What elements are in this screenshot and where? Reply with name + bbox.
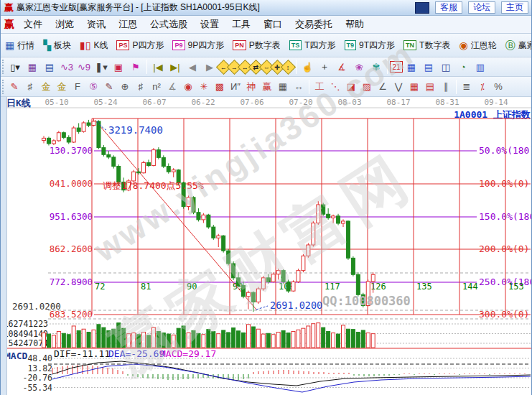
- box-fan-icon[interactable]: ◪: [343, 79, 359, 95]
- square-n2-icon[interactable]: n²: [149, 79, 164, 95]
- menu-窗口[interactable]: 窗口: [257, 17, 289, 32]
- menu-工具[interactable]: 工具: [225, 17, 257, 32]
- volume-bar: [351, 330, 355, 348]
- volume-bar: [212, 332, 215, 348]
- toolbar-button-t-square[interactable]: TST四方形: [285, 37, 340, 54]
- toolbar-label: T数字表: [419, 40, 450, 52]
- volume-bar: [157, 331, 160, 348]
- gann-circle-icon[interactable]: ⊕: [117, 79, 133, 95]
- date-label: 05-24: [93, 98, 117, 107]
- wave-3-icon[interactable]: ∿3: [58, 59, 75, 75]
- calculator-icon[interactable]: ▦: [403, 59, 420, 75]
- fibo-f-icon[interactable]: F: [70, 79, 85, 95]
- stats-clock-icon[interactable]: ◔: [454, 59, 472, 75]
- parallel-lines-icon[interactable]: ∥: [438, 79, 454, 95]
- toolbar-button-kline[interactable]: ▮▯K线: [75, 37, 112, 54]
- toolbar-button-9t-square[interactable]: T99T四方形: [340, 37, 400, 54]
- toolbar-button-t-number-table[interactable]: TNT数字表: [399, 37, 454, 54]
- color-flag-icon[interactable]: ⚑: [127, 59, 144, 75]
- toolbar-button-quotes[interactable]: ▦行情: [1, 37, 39, 54]
- menu-帮助[interactable]: 帮助: [339, 17, 370, 32]
- dia-v-icon[interactable]: ↕: [281, 59, 296, 74]
- toolbar-button-9p-square[interactable]: P99P四方形: [168, 37, 228, 54]
- price-chart-canvas[interactable]: 05-1005-2406-0706-2207-0607-2008-0308-17…: [1, 97, 532, 395]
- candle: [222, 236, 225, 251]
- first-bar-icon[interactable]: |◀: [149, 59, 167, 75]
- customer-service-button[interactable]: 客服: [435, 1, 462, 14]
- volume-bar: [107, 330, 111, 348]
- grid-lines-icon[interactable]: ♯: [133, 79, 149, 95]
- h-measure-icon[interactable]: ↔: [291, 79, 307, 95]
- pattern-window-icon[interactable]: ▦: [24, 59, 41, 75]
- toolbar-button-winner-wheel[interactable]: Ⓑ赢家轮: [501, 37, 532, 54]
- candle: [172, 170, 175, 172]
- crosshair-icon[interactable]: ＋: [316, 59, 333, 75]
- candle: [52, 141, 55, 144]
- chart-area[interactable]: 05-1005-2406-0706-2207-0607-2008-0308-17…: [1, 97, 532, 395]
- i-mark-icon[interactable]: И″: [228, 79, 243, 95]
- fan-rays-icon[interactable]: ⋱: [327, 79, 343, 95]
- menu-资讯[interactable]: 资讯: [80, 17, 112, 32]
- draw-pencil-icon[interactable]: ✎: [6, 79, 22, 95]
- flower-tool-icon[interactable]: ❀: [350, 59, 368, 75]
- ruler-grid-icon[interactable]: ▦: [275, 79, 291, 95]
- box-fan-2-icon[interactable]: ▨: [359, 79, 375, 95]
- pencil-grid-icon[interactable]: ✎: [101, 79, 117, 95]
- gann-line-icon[interactable]: ♯: [22, 79, 38, 95]
- window-control-icon[interactable]: [415, 2, 429, 14]
- dense-grid-2-icon[interactable]: ▤: [422, 79, 438, 95]
- dea-value-label: DEA=-25.69: [108, 348, 164, 359]
- toolbar-button-sectors[interactable]: ▚板块: [39, 37, 75, 54]
- candle: [237, 278, 241, 286]
- starburst-tool-icon[interactable]: ✳: [196, 79, 212, 95]
- menu-设置[interactable]: 设置: [194, 17, 225, 32]
- menu-文件[interactable]: 文件: [17, 17, 49, 32]
- percent-triangle-icon[interactable]: ⁒: [475, 79, 490, 95]
- percent-icon[interactable]: %: [490, 79, 506, 95]
- grid-box-tool-icon[interactable]: ▩: [212, 79, 228, 95]
- candle-type-dropdown-icon[interactable]: ❚▾: [93, 59, 110, 75]
- knot-tool-icon[interactable]: ✾: [368, 59, 385, 75]
- menu-公式选股[interactable]: 公式选股: [144, 17, 194, 32]
- menu-交易委托[interactable]: 交易委托: [289, 17, 339, 32]
- notes-icon[interactable]: ▤: [420, 59, 437, 75]
- forum-button[interactable]: 论坛: [468, 1, 495, 14]
- angle-measure-icon[interactable]: ∡: [333, 59, 350, 75]
- wave-9-icon[interactable]: ∿9: [75, 59, 93, 75]
- angle-lines-icon[interactable]: ∠: [375, 79, 391, 95]
- last-bar-icon[interactable]: ▶|: [167, 59, 184, 75]
- shen-tool-icon[interactable]: 神: [243, 79, 259, 95]
- kline-style-dropdown-icon[interactable]: ▯▾: [6, 59, 24, 75]
- spiral-5-icon[interactable]: ⑤: [85, 79, 101, 95]
- calendar-icon[interactable]: 21: [390, 61, 403, 73]
- prev-bar-icon[interactable]: ◀: [184, 59, 201, 75]
- target-tool-icon[interactable]: ◉: [180, 79, 196, 95]
- workstation-icon[interactable]: ▥: [472, 59, 489, 75]
- bar-count-label: 72: [95, 282, 105, 292]
- toolbar-button-gann-wheel[interactable]: ◉江恩轮: [454, 37, 500, 54]
- pillar-tool-icon[interactable]: 工: [312, 79, 327, 95]
- save-icon[interactable]: ◫: [437, 59, 454, 75]
- toolbar-button-p-number-table[interactable]: PNP数字表: [228, 37, 285, 54]
- ying-tool-icon[interactable]: 赢: [259, 79, 275, 95]
- homepage-button[interactable]: 主页: [501, 1, 528, 14]
- toolbar-label: 江恩轮: [471, 40, 497, 52]
- bar-count-label: 90: [187, 282, 197, 292]
- macd-scale-label: 13.82: [27, 363, 52, 373]
- candle: [202, 215, 205, 220]
- menu-江恩[interactable]: 江恩: [112, 17, 144, 32]
- percent-level-label: 300.0%(0): [479, 309, 529, 320]
- dense-grid-icon[interactable]: ▦: [406, 79, 422, 95]
- candle: [162, 157, 165, 166]
- angle-gauge-icon[interactable]: ∡: [164, 79, 180, 95]
- clipboard-icon[interactable]: ▤: [41, 59, 58, 75]
- volume-bar: [142, 333, 146, 348]
- gold-section-2-icon[interactable]: 金: [54, 79, 70, 95]
- v-lines-icon[interactable]: ⋁: [391, 79, 406, 95]
- gann-box-icon[interactable]: ▣: [110, 59, 127, 75]
- menu-浏览[interactable]: 浏览: [49, 17, 80, 32]
- pan-hand-icon[interactable]: ☝: [299, 59, 316, 75]
- gold-section-1-icon[interactable]: 金: [38, 79, 54, 95]
- toolbar-button-p-square[interactable]: PSP四方形: [112, 37, 168, 54]
- price-ladder-icon[interactable]: ≣: [459, 79, 475, 95]
